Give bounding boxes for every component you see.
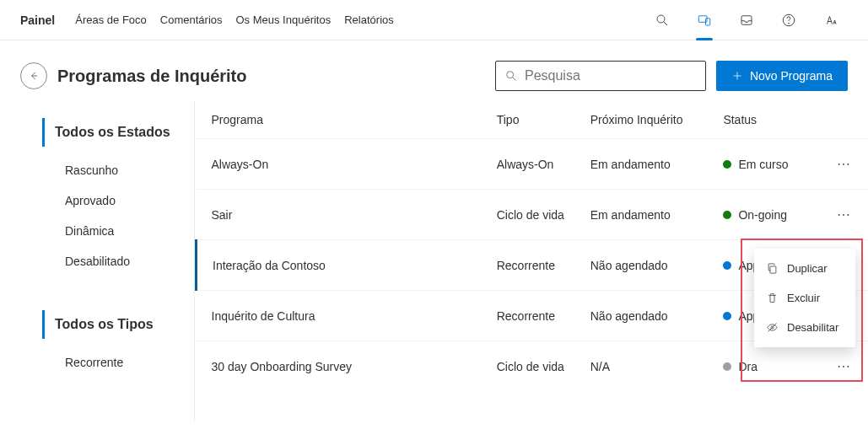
table-row[interactable]: Sair Ciclo de vida Em andamento On-going… [197,190,869,240]
new-program-button[interactable]: Novo Programa [716,61,848,91]
inbox-icon[interactable] [730,3,763,37]
menu-delete[interactable]: Excluir [754,283,855,313]
arrow-left-icon [28,70,40,82]
sidebar-item-dynamic[interactable]: Dinâmica [42,216,194,246]
svg-line-8 [513,78,516,81]
sidebar-item-approved[interactable]: Aprovado [42,185,194,216]
cell-next: N/A [580,341,714,392]
more-button[interactable]: ⋯ [830,356,858,377]
col-status[interactable]: Status [713,101,820,139]
context-menu: Duplicar Excluir Desabilitar [754,249,855,347]
cell-type: Recorrente [487,240,580,291]
cell-type: Recorrente [487,291,580,341]
cell-next: Não agendado [580,291,714,341]
status-dot [723,312,731,320]
cell-program: Sair [197,190,487,240]
cell-program: Inquérito de Cultura [197,291,487,341]
cell-status: Em curso [713,139,820,190]
new-program-label: Novo Programa [750,69,833,83]
cell-status: Dra [713,341,820,392]
col-program[interactable]: Programa [197,101,487,139]
main: Todos os Estados Rascunho Aprovado Dinâm… [0,101,868,422]
devices-icon[interactable] [687,3,721,37]
status-label: Em curso [738,158,788,171]
sidebar: Todos os Estados Rascunho Aprovado Dinâm… [0,101,194,422]
content: Programa Tipo Próximo Inquérito Status A… [194,101,868,422]
menu-disable-label: Desabilitar [787,321,838,334]
search-input[interactable] [525,68,697,83]
svg-point-7 [507,72,514,78]
programs-table: Programa Tipo Próximo Inquérito Status A… [195,101,868,391]
trash-icon [766,292,779,304]
svg-rect-4 [741,15,752,24]
cell-status: On-going [713,190,820,240]
sidebar-item-recurring[interactable]: Recorrente [42,347,194,378]
nav-right [645,3,848,37]
menu-duplicate-label: Duplicar [787,262,828,275]
menu-delete-label: Excluir [787,292,820,304]
search-box[interactable] [495,61,706,91]
page-title: Programas de Inquérito [57,67,485,86]
font-icon[interactable] [814,3,848,37]
cell-type: Always-On [487,139,580,190]
status-dot [723,362,731,371]
nav-left: Painel Áreas de Foco Comentários Os Meus… [20,13,394,27]
table-row[interactable]: 30 day Onboarding Survey Ciclo de vida N… [197,341,869,392]
menu-duplicate[interactable]: Duplicar [754,254,855,283]
svg-line-1 [664,21,667,24]
plus-icon [731,70,743,82]
svg-point-6 [789,23,790,24]
cell-program: Always-On [197,139,487,190]
col-type[interactable]: Tipo [487,101,580,139]
copy-icon [766,262,779,275]
status-dot [723,211,731,219]
more-button[interactable]: ⋯ [830,153,858,174]
svg-point-0 [657,15,665,23]
nav-link-comments[interactable]: Comentários [160,13,223,26]
svg-rect-11 [770,266,776,273]
sidebar-item-disabled[interactable]: Desabilitado [42,246,194,276]
help-icon[interactable] [772,3,806,37]
sidebar-states-title[interactable]: Todos os Estados [42,118,194,147]
more-button[interactable]: ⋯ [830,204,858,225]
cell-next: Em andamento [580,190,714,240]
search-icon[interactable] [645,3,679,37]
status-dot [723,261,731,270]
nav-link-reports[interactable]: Relatórios [344,13,394,26]
cell-program: Interação da Contoso [197,240,487,291]
table-row[interactable]: Always-On Always-On Em andamento Em curs… [197,139,869,190]
back-button[interactable] [20,62,47,89]
cell-type: Ciclo de vida [487,190,580,240]
menu-disable[interactable]: Desabilitar [754,313,855,342]
cell-next: Em andamento [580,139,714,190]
table-header-row: Programa Tipo Próximo Inquérito Status [197,101,869,139]
search-icon [504,69,518,83]
top-nav: Painel Áreas de Foco Comentários Os Meus… [0,0,868,40]
nav-link-my-surveys[interactable]: Os Meus Inquéritos [236,13,332,26]
status-label: On-going [738,208,787,222]
nav-links: Áreas de Foco Comentários Os Meus Inquér… [75,13,394,26]
page-header: Programas de Inquérito Novo Programa [0,40,868,101]
eye-off-icon [766,321,779,334]
nav-link-focus-areas[interactable]: Áreas de Foco [75,13,147,26]
status-dot [723,160,731,169]
cell-type: Ciclo de vida [487,341,580,392]
cell-program: 30 day Onboarding Survey [197,341,487,392]
cell-next: Não agendado [580,240,714,291]
status-label: Dra [738,360,757,373]
col-next[interactable]: Próximo Inquérito [580,101,714,139]
sidebar-item-draft[interactable]: Rascunho [42,155,194,185]
sidebar-types-title[interactable]: Todos os Tipos [42,310,194,339]
nav-brand[interactable]: Painel [20,13,55,27]
